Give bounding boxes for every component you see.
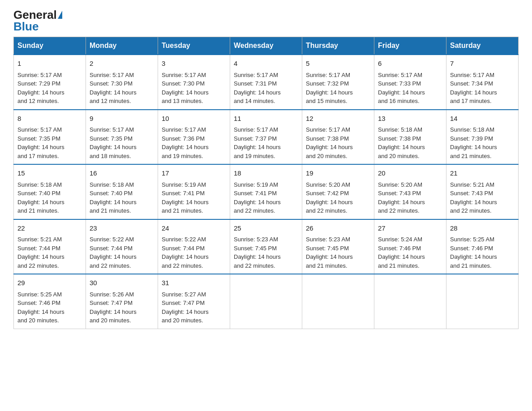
- calendar-cell: 18 Sunrise: 5:19 AMSunset: 7:41 PMDaylig…: [230, 164, 302, 219]
- day-number: 31: [162, 278, 226, 288]
- calendar-cell: 1 Sunrise: 5:17 AMSunset: 7:29 PMDayligh…: [14, 55, 86, 110]
- day-number: 15: [17, 168, 82, 179]
- day-number: 19: [306, 168, 370, 179]
- col-header-wednesday: Wednesday: [230, 37, 302, 55]
- calendar-cell: 6 Sunrise: 5:17 AMSunset: 7:33 PMDayligh…: [374, 55, 446, 110]
- day-info: Sunrise: 5:23 AMSunset: 7:45 PMDaylight:…: [234, 235, 298, 270]
- day-info: Sunrise: 5:17 AMSunset: 7:31 PMDaylight:…: [234, 71, 298, 106]
- day-number: 18: [234, 168, 298, 179]
- day-number: 23: [90, 223, 154, 234]
- day-number: 9: [90, 114, 154, 124]
- calendar-cell: 10 Sunrise: 5:17 AMSunset: 7:36 PMDaylig…: [158, 110, 230, 165]
- calendar-cell: 20 Sunrise: 5:20 AMSunset: 7:43 PMDaylig…: [374, 164, 446, 219]
- day-info: Sunrise: 5:17 AMSunset: 7:30 PMDaylight:…: [162, 71, 226, 106]
- day-number: 12: [306, 114, 370, 124]
- day-info: Sunrise: 5:26 AMSunset: 7:47 PMDaylight:…: [90, 290, 154, 325]
- day-info: Sunrise: 5:17 AMSunset: 7:29 PMDaylight:…: [17, 71, 82, 106]
- day-info: Sunrise: 5:27 AMSunset: 7:47 PMDaylight:…: [162, 290, 226, 325]
- calendar-week-5: 29 Sunrise: 5:25 AMSunset: 7:46 PMDaylig…: [14, 274, 519, 329]
- calendar-week-3: 15 Sunrise: 5:18 AMSunset: 7:40 PMDaylig…: [14, 164, 519, 219]
- calendar-cell: [302, 274, 374, 329]
- calendar-cell: 24 Sunrise: 5:22 AMSunset: 7:44 PMDaylig…: [158, 219, 230, 274]
- calendar-cell: 22 Sunrise: 5:21 AMSunset: 7:44 PMDaylig…: [14, 219, 86, 274]
- day-number: 21: [450, 168, 515, 179]
- logo: General Blue: [13, 9, 62, 32]
- logo-general-text: General: [13, 9, 57, 21]
- calendar-cell: 11 Sunrise: 5:17 AMSunset: 7:37 PMDaylig…: [230, 110, 302, 165]
- calendar-cell: 29 Sunrise: 5:25 AMSunset: 7:46 PMDaylig…: [14, 274, 86, 329]
- calendar-table: SundayMondayTuesdayWednesdayThursdayFrid…: [13, 37, 519, 329]
- calendar-cell: 21 Sunrise: 5:21 AMSunset: 7:43 PMDaylig…: [446, 164, 519, 219]
- day-info: Sunrise: 5:17 AMSunset: 7:34 PMDaylight:…: [450, 71, 515, 106]
- day-info: Sunrise: 5:17 AMSunset: 7:38 PMDaylight:…: [306, 125, 370, 160]
- calendar-cell: 17 Sunrise: 5:19 AMSunset: 7:41 PMDaylig…: [158, 164, 230, 219]
- logo-triangle-icon: [58, 11, 62, 19]
- day-info: Sunrise: 5:17 AMSunset: 7:36 PMDaylight:…: [162, 125, 226, 160]
- day-info: Sunrise: 5:18 AMSunset: 7:38 PMDaylight:…: [378, 125, 442, 160]
- calendar-week-4: 22 Sunrise: 5:21 AMSunset: 7:44 PMDaylig…: [14, 219, 519, 274]
- day-info: Sunrise: 5:20 AMSunset: 7:42 PMDaylight:…: [306, 180, 370, 215]
- day-number: 22: [17, 223, 82, 234]
- day-info: Sunrise: 5:24 AMSunset: 7:46 PMDaylight:…: [378, 235, 442, 270]
- calendar-cell: 8 Sunrise: 5:17 AMSunset: 7:35 PMDayligh…: [14, 110, 86, 165]
- calendar-cell: 15 Sunrise: 5:18 AMSunset: 7:40 PMDaylig…: [14, 164, 86, 219]
- day-number: 30: [90, 278, 154, 288]
- calendar-cell: 25 Sunrise: 5:23 AMSunset: 7:45 PMDaylig…: [230, 219, 302, 274]
- calendar-cell: 7 Sunrise: 5:17 AMSunset: 7:34 PMDayligh…: [446, 55, 519, 110]
- day-number: 5: [306, 59, 370, 69]
- day-number: 28: [450, 223, 515, 234]
- day-info: Sunrise: 5:17 AMSunset: 7:32 PMDaylight:…: [306, 71, 370, 106]
- calendar-cell: 23 Sunrise: 5:22 AMSunset: 7:44 PMDaylig…: [86, 219, 158, 274]
- calendar-week-2: 8 Sunrise: 5:17 AMSunset: 7:35 PMDayligh…: [14, 110, 519, 165]
- day-info: Sunrise: 5:19 AMSunset: 7:41 PMDaylight:…: [234, 180, 298, 215]
- logo-blue-text: Blue: [13, 21, 39, 32]
- calendar-header-row: SundayMondayTuesdayWednesdayThursdayFrid…: [14, 37, 519, 55]
- day-number: 7: [450, 59, 515, 69]
- day-info: Sunrise: 5:18 AMSunset: 7:39 PMDaylight:…: [450, 125, 515, 160]
- calendar-cell: 4 Sunrise: 5:17 AMSunset: 7:31 PMDayligh…: [230, 55, 302, 110]
- day-info: Sunrise: 5:25 AMSunset: 7:46 PMDaylight:…: [17, 290, 82, 325]
- day-info: Sunrise: 5:17 AMSunset: 7:33 PMDaylight:…: [378, 71, 442, 106]
- calendar-cell: 13 Sunrise: 5:18 AMSunset: 7:38 PMDaylig…: [374, 110, 446, 165]
- day-number: 6: [378, 59, 442, 69]
- calendar-cell: 12 Sunrise: 5:17 AMSunset: 7:38 PMDaylig…: [302, 110, 374, 165]
- calendar-cell: 26 Sunrise: 5:23 AMSunset: 7:45 PMDaylig…: [302, 219, 374, 274]
- col-header-sunday: Sunday: [14, 37, 86, 55]
- day-number: 25: [234, 223, 298, 234]
- day-number: 2: [90, 59, 154, 69]
- calendar-cell: 5 Sunrise: 5:17 AMSunset: 7:32 PMDayligh…: [302, 55, 374, 110]
- day-number: 10: [162, 114, 226, 124]
- day-number: 26: [306, 223, 370, 234]
- calendar-cell: 19 Sunrise: 5:20 AMSunset: 7:42 PMDaylig…: [302, 164, 374, 219]
- day-info: Sunrise: 5:22 AMSunset: 7:44 PMDaylight:…: [90, 235, 154, 270]
- day-info: Sunrise: 5:17 AMSunset: 7:35 PMDaylight:…: [90, 125, 154, 160]
- day-info: Sunrise: 5:18 AMSunset: 7:40 PMDaylight:…: [17, 180, 82, 215]
- calendar-cell: [374, 274, 446, 329]
- col-header-friday: Friday: [374, 37, 446, 55]
- day-number: 1: [17, 59, 82, 69]
- day-info: Sunrise: 5:21 AMSunset: 7:43 PMDaylight:…: [450, 180, 515, 215]
- day-info: Sunrise: 5:23 AMSunset: 7:45 PMDaylight:…: [306, 235, 370, 270]
- calendar-cell: [446, 274, 519, 329]
- day-info: Sunrise: 5:25 AMSunset: 7:46 PMDaylight:…: [450, 235, 515, 270]
- calendar-cell: 3 Sunrise: 5:17 AMSunset: 7:30 PMDayligh…: [158, 55, 230, 110]
- day-number: 27: [378, 223, 442, 234]
- day-number: 8: [17, 114, 82, 124]
- calendar-cell: 14 Sunrise: 5:18 AMSunset: 7:39 PMDaylig…: [446, 110, 519, 165]
- day-info: Sunrise: 5:19 AMSunset: 7:41 PMDaylight:…: [162, 180, 226, 215]
- calendar-cell: 27 Sunrise: 5:24 AMSunset: 7:46 PMDaylig…: [374, 219, 446, 274]
- day-number: 17: [162, 168, 226, 179]
- calendar-cell: 16 Sunrise: 5:18 AMSunset: 7:40 PMDaylig…: [86, 164, 158, 219]
- col-header-tuesday: Tuesday: [158, 37, 230, 55]
- calendar-cell: 30 Sunrise: 5:26 AMSunset: 7:47 PMDaylig…: [86, 274, 158, 329]
- col-header-monday: Monday: [86, 37, 158, 55]
- calendar-cell: 31 Sunrise: 5:27 AMSunset: 7:47 PMDaylig…: [158, 274, 230, 329]
- col-header-saturday: Saturday: [446, 37, 519, 55]
- day-info: Sunrise: 5:20 AMSunset: 7:43 PMDaylight:…: [378, 180, 442, 215]
- day-info: Sunrise: 5:17 AMSunset: 7:37 PMDaylight:…: [234, 125, 298, 160]
- calendar-week-1: 1 Sunrise: 5:17 AMSunset: 7:29 PMDayligh…: [14, 55, 519, 110]
- day-number: 24: [162, 223, 226, 234]
- day-info: Sunrise: 5:22 AMSunset: 7:44 PMDaylight:…: [162, 235, 226, 270]
- day-info: Sunrise: 5:18 AMSunset: 7:40 PMDaylight:…: [90, 180, 154, 215]
- calendar-cell: 9 Sunrise: 5:17 AMSunset: 7:35 PMDayligh…: [86, 110, 158, 165]
